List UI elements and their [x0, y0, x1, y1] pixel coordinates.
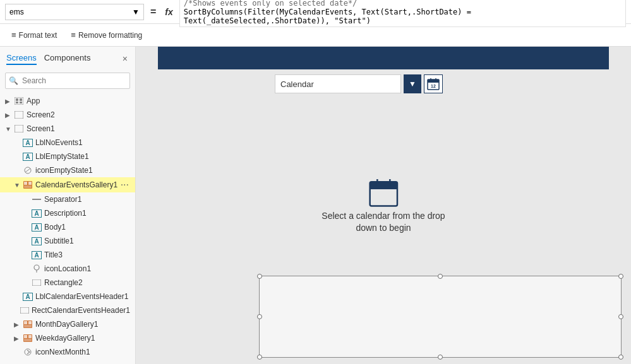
handle-top-mid[interactable] — [438, 274, 443, 279]
svg-rect-16 — [32, 279, 41, 286]
sidebar-tabs: Screens Components — [6, 52, 90, 65]
separator1-icon — [32, 196, 42, 203]
tree-item-lblemptystate1[interactable]: A LblEmptyState1 — [0, 150, 135, 163]
tree-item-separator1[interactable]: Separator1 — [0, 192, 135, 206]
tree-item-iconlocation1[interactable]: iconLocation1 — [0, 262, 135, 276]
tree-item-screen2[interactable]: ▶ Screen2 — [0, 108, 135, 122]
remove-formatting-button[interactable]: ≡ Remove formatting — [64, 28, 148, 42]
tab-screens[interactable]: Screens — [6, 52, 37, 65]
format-text-icon: ≡ — [11, 30, 16, 40]
rectangle2-label: Rectangle2 — [44, 278, 130, 287]
tree-item-calendareventsgallery1[interactable]: ▼ CalendarEventsGallery1 ··· — [0, 177, 135, 192]
calendar-date-icon[interactable]: 12 — [424, 74, 443, 93]
sidebar-header: Screens Components × — [0, 47, 135, 70]
screen1-icon — [14, 125, 24, 132]
svg-rect-25 — [24, 339, 32, 341]
tree-item-weekdaygallery1[interactable]: ▶ WeekdayGallery1 — [0, 331, 135, 345]
svg-line-8 — [25, 168, 30, 172]
expand-icon-screen2: ▶ — [5, 112, 14, 119]
monthdaygallery-icon — [23, 320, 33, 328]
selection-box[interactable] — [259, 276, 622, 358]
handle-top-left[interactable] — [257, 274, 262, 279]
svg-rect-24 — [28, 335, 32, 338]
handle-left-mid[interactable] — [257, 314, 262, 319]
rectcalendar-header-icon — [20, 307, 29, 314]
handle-bottom-left[interactable] — [257, 355, 262, 360]
tree-item-body1[interactable]: A Body1 — [0, 220, 135, 234]
tree-item-lblcalendar-header1[interactable]: A LblCalendarEventsHeader1 — [0, 290, 135, 303]
format-bar: ≡ Format text ≡ Remove formatting — [0, 24, 631, 47]
lblemptystate-icon: A — [23, 153, 33, 161]
calendar-dropdown-text: Calendar — [280, 79, 395, 89]
subtitle1-label: Subtitle1 — [44, 237, 130, 245]
main-content: Screens Components × 🔍 ▶ App ▶ — [0, 47, 631, 364]
iconnextmonth-label: iconNextMonth1 — [35, 348, 130, 356]
tree-item-rectcalendar-header1[interactable]: RectCalendarEventsHeader1 — [0, 303, 135, 317]
tree-view: ▶ App ▶ Screen2 ▼ — [0, 91, 135, 364]
dropdown-arrow-icon[interactable]: ▼ — [404, 74, 421, 93]
screen2-label: Screen2 — [27, 110, 130, 119]
calendar-dropdown[interactable]: Calendar — [275, 74, 401, 93]
tree-item-monthdaygallery1[interactable]: ▶ MonthDayGallery1 — [0, 317, 135, 331]
handle-top-right[interactable] — [618, 274, 623, 279]
calendar-svg-icon: 12 — [427, 78, 440, 90]
equals-sign: = — [148, 6, 159, 18]
sidebar-close-button[interactable]: × — [121, 52, 129, 65]
handle-bottom-mid[interactable] — [438, 355, 443, 360]
format-text-label: Format text — [19, 31, 57, 40]
formula-bar: ems ▼ = fx /*Shows events only on select… — [0, 0, 631, 24]
rectangle2-icon — [32, 279, 42, 286]
monthdaygallery-label: MonthDayGallery1 — [35, 320, 130, 329]
lblemptystate-label: LblEmptyState1 — [35, 152, 130, 161]
tree-item-title3[interactable]: A Title3 — [0, 248, 135, 262]
tree-item-lblnoevents1[interactable]: A LblNoEvents1 — [0, 136, 135, 150]
sidebar-search[interactable]: 🔍 — [5, 73, 130, 89]
svg-rect-2 — [20, 98, 22, 101]
expand-icon-gallery1: ▼ — [14, 182, 23, 189]
iconemptystate-icon — [23, 167, 33, 174]
center-message-line2: down to begin — [322, 222, 445, 235]
tree-item-description1[interactable]: A Description1 — [0, 206, 135, 220]
svg-rect-10 — [24, 182, 27, 185]
tree-item-iconemptystate1[interactable]: iconEmptyState1 — [0, 163, 135, 177]
fx-label: fx — [162, 7, 175, 17]
name-box[interactable]: ems ▼ — [5, 4, 144, 20]
calendar-selector[interactable]: Calendar ▼ 12 — [275, 74, 443, 93]
tree-item-rectangle2[interactable]: Rectangle2 — [0, 276, 135, 290]
title3-label: Title3 — [44, 250, 130, 259]
iconemptystate-label: iconEmptyState1 — [35, 166, 130, 175]
svg-rect-17 — [20, 307, 29, 314]
rectcalendar-header-label: RectCalendarEventsHeader1 — [32, 306, 130, 315]
svg-rect-1 — [16, 98, 18, 101]
lblcalendar-header-icon: A — [23, 293, 33, 301]
svg-text:12: 12 — [431, 84, 436, 88]
svg-rect-19 — [24, 321, 27, 324]
more-button-gallery1[interactable]: ··· — [119, 179, 130, 191]
tree-item-subtitle1[interactable]: A Subtitle1 — [0, 234, 135, 248]
remove-formatting-icon: ≡ — [71, 30, 76, 40]
body1-label: Body1 — [44, 223, 130, 232]
screen2-icon — [14, 111, 24, 119]
search-icon: 🔍 — [9, 76, 18, 85]
svg-rect-36 — [370, 185, 397, 189]
name-box-arrow: ▼ — [132, 8, 140, 16]
tree-item-app[interactable]: ▶ App — [0, 94, 135, 108]
handle-bottom-right[interactable] — [618, 355, 623, 360]
svg-rect-11 — [28, 182, 32, 185]
handle-right-mid[interactable] — [618, 314, 623, 319]
canvas-top-bar — [158, 47, 609, 69]
expand-icon-app: ▶ — [5, 98, 14, 105]
title3-icon: A — [32, 251, 42, 259]
format-text-button[interactable]: ≡ Format text — [5, 28, 63, 42]
svg-rect-12 — [24, 185, 32, 188]
app-icon — [14, 97, 24, 105]
lblnoevents-icon: A — [23, 139, 33, 147]
search-input[interactable] — [5, 73, 130, 89]
tree-item-iconnextmonth1[interactable]: iconNextMonth1 — [0, 345, 135, 359]
svg-rect-6 — [15, 125, 23, 132]
tab-components[interactable]: Components — [44, 52, 91, 65]
formula-input[interactable]: /*Shows events only on selected date*/So… — [179, 0, 626, 27]
tree-item-screen1[interactable]: ▼ Screen1 — [0, 122, 135, 136]
center-calendar-icon — [368, 176, 399, 208]
subtitle1-icon: A — [32, 237, 42, 245]
